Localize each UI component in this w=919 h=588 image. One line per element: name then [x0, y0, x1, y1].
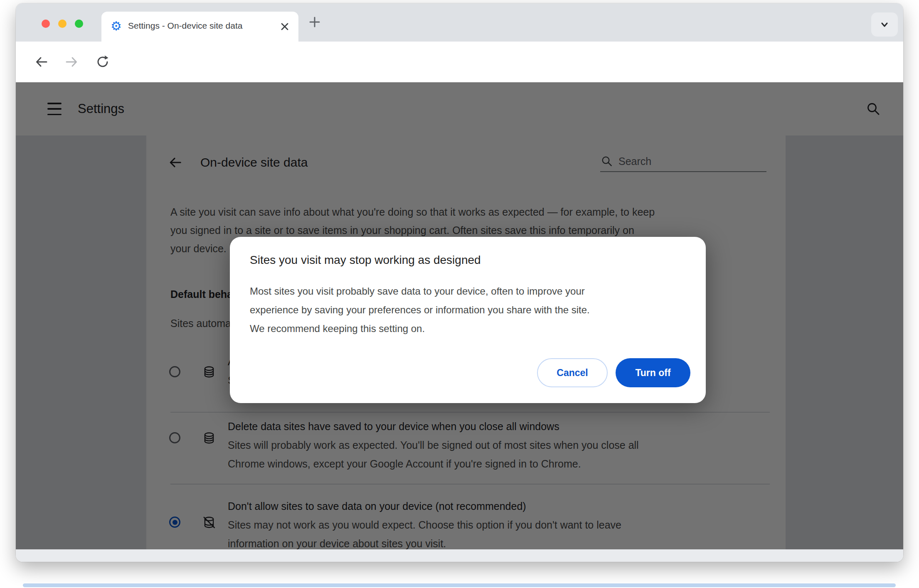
- confirmation-dialog: Sites you visit may stop working as desi…: [230, 237, 706, 403]
- browser-window: ⚙ Settings - On-device site data: [16, 3, 903, 562]
- dialog-title: Sites you visit may stop working as desi…: [250, 253, 481, 267]
- back-button[interactable]: [34, 54, 49, 70]
- traffic-light-close[interactable]: [42, 20, 50, 28]
- forward-button: [64, 54, 79, 70]
- dialog-body-line: experience by saving your preferences or…: [250, 300, 590, 319]
- tab-strip: ⚙ Settings - On-device site data: [16, 3, 903, 42]
- dialog-actions: Cancel Turn off: [537, 358, 690, 387]
- traffic-light-zoom[interactable]: [75, 20, 83, 28]
- new-tab-button[interactable]: [307, 14, 323, 30]
- reload-button[interactable]: [95, 54, 111, 70]
- tab-search-chevron-button[interactable]: [871, 12, 898, 37]
- dialog-body-line: We recommend keeping this setting on.: [250, 319, 590, 338]
- window-bottom-edge: [16, 549, 903, 562]
- tab-title: Settings - On-device site data: [128, 21, 274, 33]
- dialog-body-line: Most sites you visit probably save data …: [250, 282, 590, 300]
- settings-gear-favicon-icon: ⚙: [111, 19, 122, 33]
- cancel-button[interactable]: Cancel: [537, 358, 608, 387]
- dialog-body: Most sites you visit probably save data …: [250, 282, 590, 338]
- browser-toolbar: Chrome chrome://settings/content/siteDat…: [16, 42, 903, 82]
- background-window-edge: [23, 583, 896, 587]
- tab-close-icon[interactable]: [278, 20, 291, 33]
- turn-off-button[interactable]: Turn off: [616, 358, 690, 387]
- active-tab[interactable]: ⚙ Settings - On-device site data: [101, 12, 298, 42]
- traffic-light-minimize[interactable]: [58, 20, 67, 28]
